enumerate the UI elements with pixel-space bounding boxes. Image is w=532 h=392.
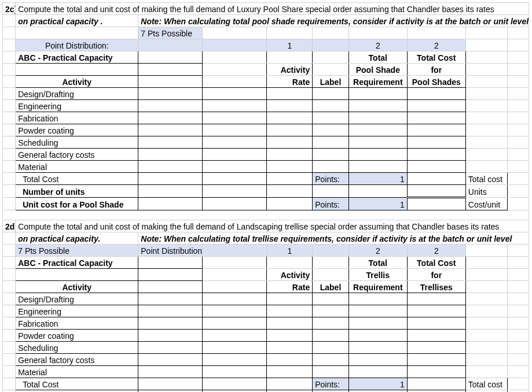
sec2d-side-total: Total cost: [465, 378, 508, 390]
table-row[interactable]: Engineering: [16, 100, 138, 112]
sec2d-points1: Points:: [313, 378, 349, 390]
sec2c-point-dist: Point Distribution:: [16, 39, 138, 51]
sec2c-side-costunit: Cost/unit: [465, 198, 508, 210]
sec2d-hdr-totalcost: Total Cost: [407, 257, 465, 269]
sec2d-hdr-trellises: Trellises: [407, 281, 465, 293]
sec2d-pd2: 2: [348, 245, 407, 257]
table-row[interactable]: Material: [16, 366, 138, 378]
sec2d-hdr-trellis: Trellis: [348, 269, 407, 281]
sec2d-pd3: 2: [407, 245, 465, 257]
sec2c-pts-possible: 7 Pts Possible: [138, 27, 203, 39]
sec2c-pd1: 1: [267, 39, 313, 51]
sec2c-side-units: Units: [465, 185, 508, 198]
sec2d-hdr-total: Total: [348, 257, 407, 269]
sec2d-hdr-req: Requirement: [348, 281, 407, 293]
sec2d-point-dist: Point Distribution:: [138, 245, 203, 257]
sec2c-hdr-actrate1: Activity: [267, 64, 313, 76]
sec2c-side-total: Total cost: [465, 173, 508, 185]
sec2d-tag: 2d): [3, 220, 16, 232]
sec2c-hdr-total: Total: [348, 51, 407, 64]
sec2c-num-units: Number of units: [16, 185, 138, 198]
sec2c-points2-val: 1: [348, 198, 407, 210]
table-row[interactable]: Powder coating: [16, 330, 138, 342]
table-row[interactable]: General factory costs: [16, 149, 138, 161]
sec2d-side-units: units: [465, 390, 508, 393]
sec2c-unit-cost: Unit cost for a Pool Shade: [16, 198, 138, 210]
sec2d-pts-possible: 7 Pts Possible: [16, 245, 138, 257]
sec2c-q1: Compute the total and unit cost of makin…: [16, 3, 529, 15]
sec2d-pd1: 1: [267, 245, 313, 257]
table-row[interactable]: Powder coating: [16, 124, 138, 136]
table-row[interactable]: Material: [16, 161, 138, 173]
table-row[interactable]: Design/Drafting: [16, 293, 138, 305]
sec2c-hdr-label: Label: [313, 76, 349, 88]
sec2d-total-cost: Total Cost: [16, 378, 138, 390]
sec2c-tag: 2c): [3, 3, 16, 15]
sec2c-points1-val: 1: [348, 173, 407, 185]
sec2c-hdr-for: for: [407, 64, 465, 76]
sec2c-pd3: 2: [407, 39, 465, 51]
sec2d-num-units: Number of units: [16, 390, 138, 393]
spreadsheet: 2c) Compute the total and unit cost of m…: [2, 2, 529, 392]
sec2c-title: ABC - Practical Capacity: [16, 51, 138, 64]
table-row[interactable]: Engineering: [16, 305, 138, 317]
sec2d-q1: Compute the total and unit cost of makin…: [16, 220, 529, 232]
sec2c-hdr-req: Requirement: [348, 76, 407, 88]
sec2c-q2b: Note: When calculating total pool shade …: [138, 15, 529, 27]
sec2c-pd2: 2: [348, 39, 407, 51]
sec2d-hdr-actrate1: Activity: [267, 269, 313, 281]
table-row[interactable]: Scheduling: [16, 342, 138, 354]
sec2d-hdr-for: for: [407, 269, 465, 281]
sec2c-points1: Points:: [313, 173, 349, 185]
table-row[interactable]: Scheduling: [16, 136, 138, 149]
sec2c-total-cost: Total Cost: [16, 173, 138, 185]
sec2c-hdr-totalcost: Total Cost: [407, 51, 465, 64]
sec2c-q2a: on practical capacity .: [16, 15, 138, 27]
sec2d-q2a: on practical capacity.: [16, 232, 138, 245]
sec2c-hdr-poolshade: Pool Shade: [348, 64, 407, 76]
table-row[interactable]: General factory costs: [16, 354, 138, 366]
sec2d-q2b: Note: When calculating total trellise re…: [138, 232, 529, 245]
sec2d-hdr-label: Label: [313, 281, 349, 293]
sec2d-hdr-activity: Activity: [16, 281, 138, 293]
sec2c-hdr-poolshades: Pool Shades: [407, 76, 465, 88]
sec2c-hdr-activity: Activity: [16, 76, 138, 88]
sec2d-title: ABC - Practical Capacity: [16, 257, 138, 269]
sec2c-points2: Points:: [313, 198, 349, 210]
table-row[interactable]: Fabrication: [16, 317, 138, 330]
table-row[interactable]: Design/Drafting: [16, 88, 138, 100]
table-row[interactable]: Fabrication: [16, 112, 138, 124]
sec2d-points1-val: 1: [348, 378, 407, 390]
sec2c-hdr-rate: Rate: [267, 76, 313, 88]
sec2d-hdr-rate: Rate: [267, 281, 313, 293]
